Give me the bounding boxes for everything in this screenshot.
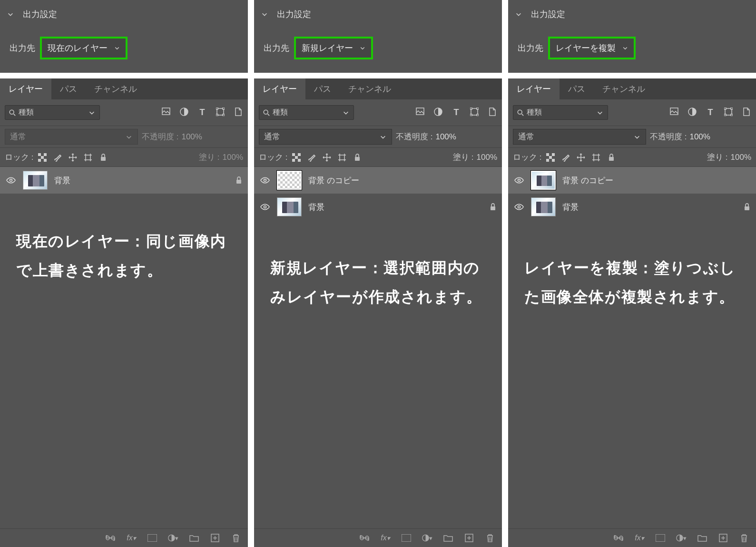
fx-icon[interactable]: fx▾ — [380, 534, 391, 542]
tab-channels[interactable]: チャンネル — [594, 78, 654, 99]
lock-pixels-icon[interactable] — [38, 153, 47, 162]
lock-brush-icon[interactable] — [53, 153, 62, 162]
filter-adjust-icon[interactable] — [687, 107, 697, 117]
output-destination-dropdown[interactable]: 現在のレイヤー — [40, 37, 128, 59]
trash-icon[interactable] — [231, 534, 241, 542]
type-filter-dropdown[interactable]: 種類 — [5, 105, 100, 120]
tab-layers[interactable]: レイヤー — [508, 78, 560, 99]
lock-pixels-icon[interactable] — [546, 153, 555, 162]
layer-thumbnail[interactable] — [277, 171, 302, 190]
tab-layers[interactable]: レイヤー — [254, 78, 305, 99]
fx-icon[interactable]: fx▾ — [126, 534, 137, 542]
filter-shape-icon[interactable] — [470, 107, 479, 117]
group-icon[interactable] — [189, 534, 199, 542]
layer-name[interactable]: 背景 — [54, 175, 229, 186]
tab-paths[interactable]: パス — [305, 78, 340, 99]
opacity-value[interactable]: 100% — [689, 132, 710, 142]
visibility-toggle-icon[interactable] — [6, 177, 16, 184]
new-layer-icon[interactable] — [464, 534, 474, 542]
group-icon[interactable] — [443, 534, 453, 542]
link-icon[interactable] — [105, 535, 116, 541]
layer-row[interactable]: 背景 — [254, 194, 502, 220]
layer-row[interactable]: 背景 のコピー — [508, 167, 756, 194]
filter-text-icon[interactable]: T — [706, 107, 715, 117]
tab-layers[interactable]: レイヤー — [0, 78, 51, 99]
lock-pixels-icon[interactable] — [292, 153, 301, 162]
lock-artboard-icon[interactable] — [592, 153, 600, 162]
filter-image-icon[interactable] — [415, 107, 425, 117]
filter-shape-icon[interactable] — [216, 107, 225, 117]
layer-thumbnail[interactable] — [277, 197, 302, 216]
adjustment-icon[interactable]: ▾ — [676, 534, 687, 542]
layer-name[interactable]: 背景 — [308, 202, 483, 213]
tab-channels[interactable]: チャンネル — [340, 78, 400, 99]
tab-paths[interactable]: パス — [560, 78, 594, 99]
lock-all-icon[interactable] — [607, 154, 616, 161]
layer-thumbnail[interactable] — [531, 171, 556, 190]
filter-text-icon[interactable]: T — [452, 107, 461, 117]
lock-move-icon[interactable] — [323, 153, 331, 162]
lock-move-icon[interactable] — [577, 153, 585, 162]
opacity-value[interactable]: 100% — [181, 132, 202, 142]
fill-value[interactable]: 100% — [477, 153, 497, 162]
blend-mode-dropdown[interactable]: 通常 — [5, 129, 138, 145]
visibility-toggle-icon[interactable] — [514, 177, 524, 184]
fill-value[interactable]: 100% — [223, 153, 243, 162]
blend-mode-dropdown[interactable]: 通常 — [513, 129, 646, 145]
filter-smart-icon[interactable] — [234, 107, 243, 117]
layer-name[interactable]: 背景 のコピー — [562, 175, 750, 186]
mask-icon[interactable] — [147, 534, 157, 542]
tab-channels[interactable]: チャンネル — [86, 78, 146, 99]
opacity-value[interactable]: 100% — [435, 132, 456, 142]
output-destination-dropdown[interactable]: 新規レイヤー — [294, 37, 373, 59]
lock-artboard-icon[interactable] — [338, 153, 346, 162]
layer-row[interactable]: 背景 — [0, 167, 248, 194]
new-layer-icon[interactable] — [210, 534, 220, 542]
collapse-icon[interactable] — [515, 10, 522, 18]
trash-icon[interactable] — [739, 534, 749, 542]
trash-icon[interactable] — [485, 534, 495, 542]
lock-brush-icon[interactable] — [561, 153, 570, 162]
layer-name[interactable]: 背景 のコピー — [308, 175, 496, 186]
mask-icon[interactable] — [655, 534, 666, 542]
lock-all-icon[interactable] — [353, 154, 362, 161]
lock-artboard-icon[interactable] — [84, 153, 92, 162]
filter-image-icon[interactable] — [161, 107, 171, 117]
fx-icon[interactable]: fx▾ — [634, 534, 645, 542]
mask-icon[interactable] — [401, 534, 412, 542]
blend-mode-dropdown[interactable]: 通常 — [259, 129, 392, 145]
lock-all-icon[interactable] — [99, 154, 108, 161]
visibility-toggle-icon[interactable] — [260, 204, 270, 210]
type-filter-dropdown[interactable]: 種類 — [259, 105, 354, 120]
output-section-title: 出力設定 — [277, 9, 311, 20]
adjustment-icon[interactable]: ▾ — [422, 534, 432, 542]
visibility-toggle-icon[interactable] — [514, 204, 524, 210]
adjustment-icon[interactable]: ▾ — [168, 534, 178, 542]
link-icon[interactable] — [359, 535, 370, 541]
visibility-toggle-icon[interactable] — [260, 177, 270, 184]
description-text: 現在のレイヤー：同じ画像内で上書きされます。 — [0, 194, 248, 318]
lock-brush-icon[interactable] — [307, 153, 316, 162]
link-icon[interactable] — [613, 535, 624, 541]
layer-row[interactable]: 背景 — [508, 194, 756, 220]
group-icon[interactable] — [697, 534, 707, 542]
filter-image-icon[interactable] — [669, 107, 679, 117]
type-filter-dropdown[interactable]: 種類 — [513, 105, 608, 120]
filter-adjust-icon[interactable] — [179, 107, 189, 117]
tab-paths[interactable]: パス — [51, 78, 86, 99]
lock-move-icon[interactable] — [69, 153, 77, 162]
fill-value[interactable]: 100% — [731, 153, 751, 162]
layer-row[interactable]: 背景 のコピー — [254, 167, 502, 194]
filter-smart-icon[interactable] — [742, 107, 751, 117]
collapse-icon[interactable] — [7, 10, 14, 18]
collapse-icon[interactable] — [261, 10, 268, 18]
filter-shape-icon[interactable] — [724, 107, 733, 117]
output-destination-dropdown[interactable]: レイヤーを複製 — [548, 37, 636, 59]
filter-adjust-icon[interactable] — [433, 107, 443, 117]
filter-smart-icon[interactable] — [488, 107, 497, 117]
layer-thumbnail[interactable] — [23, 171, 48, 190]
layer-thumbnail[interactable] — [531, 197, 556, 216]
layer-name[interactable]: 背景 — [562, 202, 737, 213]
new-layer-icon[interactable] — [718, 534, 728, 542]
filter-text-icon[interactable]: T — [197, 107, 207, 117]
